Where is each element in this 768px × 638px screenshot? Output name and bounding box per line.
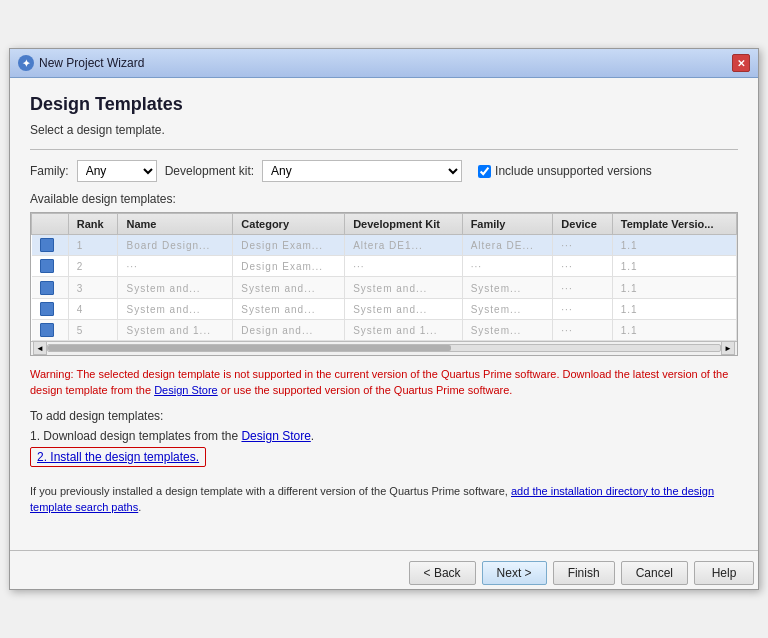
- next-button[interactable]: Next >: [482, 561, 547, 585]
- row-device: ···: [553, 235, 612, 256]
- row-name: Board Design...: [118, 235, 233, 256]
- row-version: 1.1: [612, 235, 736, 256]
- row-device: ···: [553, 256, 612, 277]
- scroll-thumb[interactable]: [48, 345, 451, 351]
- row-family: System...: [462, 319, 553, 340]
- template-icon: [40, 281, 54, 295]
- row-device: ···: [553, 298, 612, 319]
- wizard-icon: ✦: [18, 55, 34, 71]
- row-category: Design Exam...: [233, 235, 345, 256]
- table-row[interactable]: 1 Board Design... Design Exam... Altera …: [32, 235, 737, 256]
- unsupported-label: Include unsupported versions: [495, 164, 652, 178]
- row-category: System and...: [233, 277, 345, 298]
- row-rank: 5: [68, 319, 118, 340]
- row-icon-cell: [32, 256, 69, 277]
- step1-end: .: [311, 429, 314, 443]
- row-rank: 1: [68, 235, 118, 256]
- table-header-row: Rank Name Category Development Kit Famil…: [32, 214, 737, 235]
- info-text-1: If you previously installed a design tem…: [30, 485, 511, 497]
- row-version: 1.1: [612, 319, 736, 340]
- warning-text-2: or use the supported version of the Quar…: [218, 384, 513, 396]
- scroll-right-btn[interactable]: ►: [721, 341, 735, 355]
- row-rank: 3: [68, 277, 118, 298]
- help-button[interactable]: Help: [694, 561, 754, 585]
- filter-row: Family: Any Development kit: Any Include…: [30, 160, 738, 182]
- template-icon: [40, 302, 54, 316]
- steps-label: To add design templates:: [30, 409, 738, 423]
- col-family[interactable]: Family: [462, 214, 553, 235]
- content-area: Design Templates Select a design templat…: [10, 78, 758, 541]
- row-icon-cell: [32, 298, 69, 319]
- col-rank[interactable]: Rank: [68, 214, 118, 235]
- step-2-row: 2. Install the design templates.: [30, 447, 738, 477]
- row-icon-cell: [32, 319, 69, 340]
- template-icon: [40, 238, 54, 252]
- row-category: System and...: [233, 298, 345, 319]
- cancel-button[interactable]: Cancel: [621, 561, 688, 585]
- col-devkit[interactable]: Development Kit: [345, 214, 462, 235]
- row-name: System and...: [118, 298, 233, 319]
- devkit-select[interactable]: Any: [262, 160, 462, 182]
- bottom-separator: [10, 550, 758, 551]
- row-version: 1.1: [612, 277, 736, 298]
- table-row[interactable]: 5 System and 1... Design and... System a…: [32, 319, 737, 340]
- separator-1: [30, 149, 738, 150]
- row-devkit: System and...: [345, 298, 462, 319]
- row-rank: 2: [68, 256, 118, 277]
- row-category: Design and...: [233, 319, 345, 340]
- info-text-2: .: [138, 501, 141, 513]
- back-button[interactable]: < Back: [409, 561, 476, 585]
- page-subtitle: Select a design template.: [30, 123, 738, 137]
- col-name[interactable]: Name: [118, 214, 233, 235]
- design-templates-table[interactable]: Rank Name Category Development Kit Famil…: [30, 212, 738, 355]
- col-category[interactable]: Category: [233, 214, 345, 235]
- template-icon: [40, 323, 54, 337]
- row-icon-cell: [32, 277, 69, 298]
- scroll-track[interactable]: [47, 344, 721, 352]
- design-store-link-1[interactable]: Design Store: [154, 384, 218, 396]
- install-link[interactable]: 2. Install the design templates.: [37, 450, 199, 464]
- row-name: System and 1...: [118, 319, 233, 340]
- step1-text: 1. Download design templates from the: [30, 429, 241, 443]
- col-device[interactable]: Device: [553, 214, 612, 235]
- design-store-link-2[interactable]: Design Store: [241, 429, 310, 443]
- table-row[interactable]: 4 System and... System and... System and…: [32, 298, 737, 319]
- table-section-label: Available design templates:: [30, 192, 738, 206]
- family-select[interactable]: Any: [77, 160, 157, 182]
- install-link-box: 2. Install the design templates.: [30, 447, 206, 467]
- table-row[interactable]: 2 ··· Design Exam... ··· ··· ··· 1.1: [32, 256, 737, 277]
- templates-table: Rank Name Category Development Kit Famil…: [31, 213, 737, 340]
- template-icon: [40, 259, 54, 273]
- scroll-left-btn[interactable]: ◄: [33, 341, 47, 355]
- page-title: Design Templates: [30, 94, 738, 115]
- row-family: System...: [462, 298, 553, 319]
- button-row: < Back Next > Finish Cancel Help: [10, 561, 758, 589]
- finish-button[interactable]: Finish: [553, 561, 615, 585]
- row-category: Design Exam...: [233, 256, 345, 277]
- row-version: 1.1: [612, 298, 736, 319]
- table-row[interactable]: 3 System and... System and... System and…: [32, 277, 737, 298]
- col-version[interactable]: Template Versio...: [612, 214, 736, 235]
- row-name: ···: [118, 256, 233, 277]
- row-devkit: ···: [345, 256, 462, 277]
- close-button[interactable]: ✕: [732, 54, 750, 72]
- devkit-label: Development kit:: [165, 164, 254, 178]
- row-family: ···: [462, 256, 553, 277]
- row-devkit: Altera DE1...: [345, 235, 462, 256]
- horizontal-scrollbar[interactable]: ◄ ►: [31, 341, 737, 355]
- row-name: System and...: [118, 277, 233, 298]
- step-1-row: 1. Download design templates from the De…: [30, 429, 738, 443]
- row-devkit: System and 1...: [345, 319, 462, 340]
- row-family: Altera DE...: [462, 235, 553, 256]
- row-device: ···: [553, 277, 612, 298]
- row-icon-cell: [32, 235, 69, 256]
- warning-message: Warning: The selected design template is…: [30, 366, 738, 399]
- row-family: System...: [462, 277, 553, 298]
- unsupported-checkbox[interactable]: [478, 165, 491, 178]
- unsupported-checkbox-container: Include unsupported versions: [478, 164, 652, 178]
- title-bar: ✦ New Project Wizard ✕: [10, 49, 758, 78]
- title-bar-left: ✦ New Project Wizard: [18, 55, 144, 71]
- main-window: ✦ New Project Wizard ✕ Design Templates …: [9, 48, 759, 589]
- window-title: New Project Wizard: [39, 56, 144, 70]
- row-devkit: System and...: [345, 277, 462, 298]
